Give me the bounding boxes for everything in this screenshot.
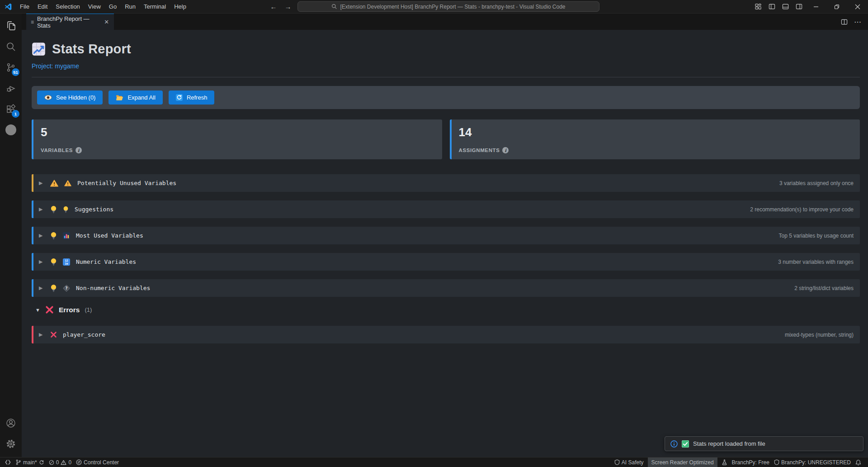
run-debug-icon[interactable] (0, 78, 22, 99)
nav-back-icon[interactable]: ← (269, 3, 278, 10)
chart-increasing-icon (32, 42, 46, 56)
beaker-item[interactable] (719, 457, 730, 467)
customize-layout-icon[interactable] (751, 0, 765, 13)
restore-button[interactable] (826, 0, 847, 13)
shield-icon (774, 459, 779, 465)
section-list: ▶ Potentially Unused Variables 3 variabl… (32, 174, 860, 297)
preview-icon: ≡ (31, 19, 34, 25)
see-hidden-button[interactable]: See Hidden (0) (37, 91, 103, 105)
chevron-right-icon[interactable]: ▶ (39, 332, 44, 338)
assignments-count: 14 (459, 125, 853, 139)
menu-file[interactable]: File (16, 2, 33, 11)
notifications-bell-icon[interactable] (853, 457, 863, 467)
info-icon (670, 440, 678, 448)
project-link[interactable]: Project: mygame (32, 62, 79, 70)
extensions-icon[interactable]: 1 (0, 99, 22, 119)
lightbulb-icon (50, 232, 57, 240)
warning-icon (64, 180, 71, 186)
section-hint: 3 variables assigned only once (779, 180, 854, 186)
ai-safety-item[interactable]: AI Safety (612, 457, 646, 467)
menu-run[interactable]: Run (121, 2, 139, 11)
branchpy-unregistered-item[interactable]: BranchPy: UNREGISTERED (772, 457, 853, 467)
refresh-button[interactable]: Refresh (169, 91, 215, 105)
beaker-icon (722, 459, 727, 465)
cross-mark-icon (50, 331, 57, 338)
screen-reader-item[interactable]: Screen Reader Optimized (648, 457, 717, 467)
command-center[interactable]: [Extension Development Host] BranchPy Re… (297, 1, 599, 12)
expand-all-button[interactable]: Expand All (108, 91, 162, 105)
toggle-panel-icon[interactable] (778, 0, 792, 13)
section-row-most-used[interactable]: ▶ Most Used Variables Top 5 variables by… (32, 227, 860, 244)
git-branch-item[interactable]: main* (13, 457, 47, 467)
tab-close-icon[interactable]: ✕ (103, 18, 110, 26)
menu-go[interactable]: Go (105, 2, 120, 11)
control-center-item[interactable]: Control Center (74, 457, 121, 467)
shield-icon (614, 459, 620, 465)
menu-terminal[interactable]: Terminal (140, 2, 170, 11)
settings-gear-icon[interactable] (0, 434, 22, 454)
menu-view[interactable]: View (85, 2, 104, 11)
explorer-icon[interactable] (0, 15, 22, 36)
section-row-numeric[interactable]: ▶ 1234 Numeric Variables 3 number variab… (32, 253, 860, 271)
bell-icon (855, 459, 861, 466)
warning-icon (50, 180, 58, 187)
source-control-icon[interactable]: 51 (0, 57, 22, 78)
toggle-primary-sidebar-icon[interactable] (765, 0, 778, 13)
more-actions-icon[interactable]: ⋯ (852, 16, 863, 28)
divider (32, 77, 860, 77)
nav-forward-icon[interactable]: → (283, 3, 293, 10)
section-row-non-numeric[interactable]: ▶ ? Non-numeric Variables 2 string/list/… (32, 279, 860, 297)
report-toolbar: See Hidden (0) Expand All Refresh (32, 86, 860, 109)
open-folder-icon (116, 95, 123, 101)
lightbulb-icon (50, 205, 57, 214)
remote-indicator[interactable] (3, 457, 13, 467)
accounts-icon[interactable] (0, 413, 22, 434)
chevron-right-icon[interactable]: ▶ (39, 259, 44, 265)
input-numbers-icon: 1234 (63, 258, 70, 266)
refresh-icon (176, 94, 183, 101)
tab-label: BranchPy Report — Stats (37, 15, 99, 29)
menu-help[interactable]: Help (170, 2, 190, 11)
search-icon[interactable] (0, 36, 22, 57)
error-row-player-score[interactable]: ▶ player_score mixed-types (number, stri… (32, 326, 860, 343)
variables-count: 5 (41, 125, 435, 139)
errors-header[interactable]: ▼ Errors (1) (32, 305, 860, 314)
errors-count: (1) (85, 306, 92, 313)
section-hint: 3 number variables with ranges (778, 259, 854, 265)
vscode-logo-icon (4, 2, 13, 11)
vscode-window: File Edit Selection View Go Run Terminal… (0, 0, 868, 467)
toggle-secondary-sidebar-icon[interactable] (792, 0, 806, 13)
page-title: Stats Report (52, 42, 131, 57)
split-editor-icon[interactable] (838, 16, 850, 28)
notification-toast[interactable]: Stats report loaded from file (665, 436, 863, 451)
toast-message: Stats report loaded from file (693, 440, 765, 447)
close-window-button[interactable] (847, 0, 868, 13)
tab-branchpy-report[interactable]: ≡ BranchPy Report — Stats ✕ (26, 14, 114, 30)
branchpy-free-item[interactable]: BranchPy: Free (730, 457, 772, 467)
problems-item[interactable]: 0 0 (47, 457, 74, 467)
error-hint: mixed-types (number, string) (785, 332, 854, 338)
search-icon (331, 4, 337, 10)
chevron-right-icon[interactable]: ▶ (39, 285, 44, 291)
chevron-right-icon[interactable]: ▶ (39, 206, 44, 212)
menu-selection[interactable]: Selection (52, 2, 83, 11)
branchpy-view-icon[interactable] (0, 119, 22, 140)
chevron-right-icon[interactable]: ▶ (39, 233, 44, 238)
section-hint: 2 string/list/dict variables (794, 285, 854, 291)
chevron-right-icon[interactable]: ▶ (39, 180, 44, 186)
remote-icon (5, 459, 11, 465)
info-icon[interactable]: i (75, 147, 82, 153)
svg-text:?: ? (66, 286, 68, 290)
section-row-unused-variables[interactable]: ▶ Potentially Unused Variables 3 variabl… (32, 174, 860, 192)
error-icon (49, 460, 54, 465)
source-control-badge: 51 (12, 68, 19, 76)
section-row-suggestions[interactable]: ▶ Suggestions 2 recommendation(s) to imp… (32, 200, 860, 218)
info-icon[interactable]: i (502, 147, 509, 153)
chevron-down-icon[interactable]: ▼ (35, 307, 40, 313)
extensions-badge: 1 (12, 110, 19, 118)
tab-bar: ≡ BranchPy Report — Stats ✕ ⋯ (22, 14, 868, 30)
menu-edit[interactable]: Edit (34, 2, 51, 11)
section-hint: 2 recommendation(s) to improve your code (750, 206, 854, 213)
minimize-button[interactable] (806, 0, 826, 13)
input-symbols-icon: ? (63, 285, 70, 292)
